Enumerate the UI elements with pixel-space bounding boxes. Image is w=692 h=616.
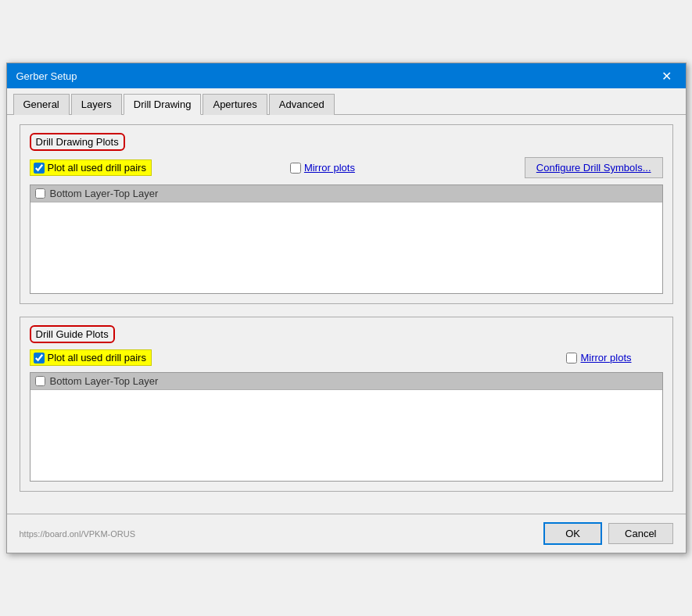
drill-guide-section: Drill Guide Plots Plot all used drill pa… bbox=[20, 317, 673, 492]
cancel-button[interactable]: Cancel bbox=[608, 523, 672, 544]
dialog-title: Gerber Setup bbox=[16, 70, 77, 82]
plot-all-guide-pairs-label[interactable]: Plot all used drill pairs bbox=[30, 349, 152, 366]
footer: https://board.onl/VPKM-ORUS OK Cancel bbox=[7, 514, 686, 553]
drill-guide-title: Drill Guide Plots bbox=[30, 325, 115, 343]
drill-drawing-layer-item: Bottom Layer-Top Layer bbox=[30, 185, 662, 202]
mirror-plots-checkbox-1[interactable] bbox=[290, 163, 301, 174]
drill-guide-layer-list: Bottom Layer-Top Layer bbox=[30, 372, 663, 482]
plot-all-drill-pairs-text: Plot all used drill pairs bbox=[48, 162, 146, 174]
mirror-plots-checkbox-2[interactable] bbox=[566, 353, 577, 364]
close-button[interactable]: ✕ bbox=[658, 66, 676, 85]
plot-all-guide-pairs-checkbox[interactable] bbox=[34, 353, 45, 364]
mirror-plots-label-2[interactable]: Mirror plots bbox=[566, 352, 631, 364]
drill-drawing-layer-list: Bottom Layer-Top Layer bbox=[30, 184, 663, 294]
drill-drawing-top-row: Plot all used drill pairs Mirror plots C… bbox=[30, 157, 663, 178]
tab-general[interactable]: General bbox=[13, 94, 70, 115]
mirror-plots-label-1[interactable]: Mirror plots bbox=[290, 162, 355, 174]
plot-all-drill-pairs-label[interactable]: Plot all used drill pairs bbox=[30, 159, 152, 176]
plot-all-drill-pairs-checkbox[interactable] bbox=[34, 163, 45, 174]
status-bar-text: https://board.onl/VPKM-ORUS bbox=[20, 525, 538, 543]
title-bar: Gerber Setup ✕ bbox=[7, 63, 686, 88]
drill-drawing-layer-checkbox[interactable] bbox=[35, 188, 45, 199]
configure-drill-symbols-button[interactable]: Configure Drill Symbols... bbox=[525, 157, 663, 178]
plot-all-guide-pairs-text: Plot all used drill pairs bbox=[48, 352, 146, 364]
drill-guide-layer-item: Bottom Layer-Top Layer bbox=[30, 373, 662, 390]
drill-drawing-section: Drill Drawing Plots Plot all used drill … bbox=[20, 124, 673, 304]
drill-drawing-layer-text: Bottom Layer-Top Layer bbox=[50, 188, 159, 199]
tab-advanced[interactable]: Advanced bbox=[269, 94, 335, 115]
mirror-plots-text-2: Mirror plots bbox=[580, 352, 631, 364]
tab-layers[interactable]: Layers bbox=[71, 94, 122, 115]
tab-apertures[interactable]: Apertures bbox=[203, 94, 267, 115]
ok-button[interactable]: OK bbox=[543, 522, 602, 545]
drill-guide-top-row: Plot all used drill pairs Mirror plots bbox=[30, 349, 663, 366]
content-area: Drill Drawing Plots Plot all used drill … bbox=[7, 115, 686, 514]
drill-guide-layer-text: Bottom Layer-Top Layer bbox=[50, 375, 159, 387]
drill-guide-layer-checkbox[interactable] bbox=[35, 376, 45, 386]
mirror-plots-text-1: Mirror plots bbox=[304, 162, 355, 174]
gerber-setup-dialog: Gerber Setup ✕ General Layers Drill Draw… bbox=[6, 63, 687, 553]
tab-bar: General Layers Drill Drawing Apertures A… bbox=[7, 88, 686, 115]
drill-drawing-title: Drill Drawing Plots bbox=[30, 133, 125, 151]
drill-drawing-empty-area bbox=[30, 202, 662, 281]
tab-drill-drawing[interactable]: Drill Drawing bbox=[124, 94, 202, 115]
drill-guide-empty-area bbox=[30, 390, 662, 468]
